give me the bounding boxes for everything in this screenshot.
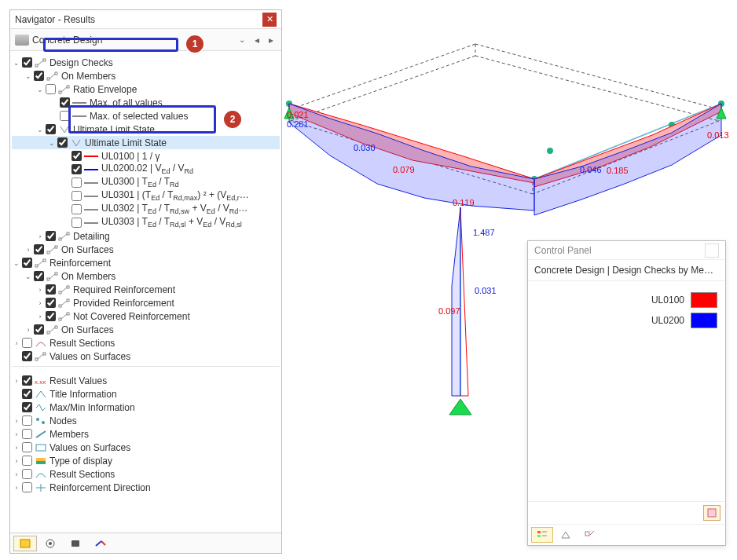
tree-ul0301[interactable]: UL0301 | (TEd / TRd,max) ² + (VEd,r…: [12, 189, 280, 203]
footer-tab-4[interactable]: [89, 536, 112, 551]
checkbox[interactable]: [60, 97, 70, 108]
expander-icon[interactable]: ›: [12, 444, 21, 452]
tree-ul0200[interactable]: UL0200.02 | VEd / VRd: [12, 163, 280, 176]
checkbox[interactable]: [34, 71, 44, 81]
checkbox[interactable]: [22, 375, 32, 386]
tree-detailing[interactable]: › Detailing: [12, 229, 280, 243]
checkbox[interactable]: [46, 298, 56, 308]
tree-nodes[interactable]: › Nodes: [12, 414, 280, 427]
expander-icon[interactable]: ›: [35, 286, 45, 294]
footer-tab-3[interactable]: [64, 536, 87, 551]
footer-tab-2[interactable]: [38, 536, 62, 551]
checkbox[interactable]: [57, 137, 68, 148]
expander-icon[interactable]: ›: [12, 484, 21, 492]
expander-icon[interactable]: ›: [35, 299, 45, 307]
expander-icon[interactable]: ›: [12, 417, 21, 425]
checkbox[interactable]: [22, 402, 32, 412]
tree-uls[interactable]: ⌄ Ultimate Limit State: [12, 123, 280, 136]
tree-maxmin[interactable]: Max/Min Information: [12, 401, 280, 414]
checkbox[interactable]: [22, 351, 32, 361]
checkbox[interactable]: [46, 84, 56, 94]
checkbox[interactable]: [22, 389, 32, 399]
tree-design-checks[interactable]: ⌄ Design Checks: [12, 56, 280, 69]
expander-icon[interactable]: ⌄: [12, 59, 21, 67]
tree-max-all[interactable]: Max. of all values: [12, 96, 280, 109]
tree-members[interactable]: › Members: [12, 427, 280, 441]
checkbox[interactable]: [72, 178, 82, 188]
prev-button[interactable]: ◂: [251, 35, 262, 46]
expander-icon[interactable]: ›: [24, 246, 33, 254]
checkbox[interactable]: [22, 482, 32, 492]
checkbox[interactable]: [72, 191, 82, 201]
expander-icon[interactable]: ›: [12, 339, 21, 347]
checkbox[interactable]: [22, 429, 32, 439]
tree-result-values[interactable]: › x.xx Result Values: [12, 374, 280, 387]
checkbox[interactable]: [72, 204, 82, 214]
tree-result-sections[interactable]: › Result Sections: [12, 336, 280, 350]
tree-req-reinf[interactable]: › Required Reinforcement: [12, 283, 280, 296]
tree-type-display[interactable]: › Type of display: [12, 454, 280, 467]
checkbox[interactable]: [46, 311, 56, 321]
legend-swatch: [691, 292, 717, 308]
tree-on-surfaces[interactable]: › On Surfaces: [12, 243, 280, 256]
checkbox[interactable]: [60, 111, 70, 121]
expander-icon[interactable]: ›: [35, 232, 45, 240]
tree-values-surfaces[interactable]: Values on Surfaces: [12, 350, 280, 363]
expander-icon[interactable]: ⌄: [24, 72, 33, 80]
expander-icon[interactable]: ›: [12, 377, 21, 385]
tree-values-surfaces-2[interactable]: › Values on Surfaces: [12, 441, 280, 454]
checkbox[interactable]: [22, 469, 32, 479]
expander-icon[interactable]: ›: [24, 326, 33, 334]
checkbox[interactable]: [22, 57, 32, 68]
expander-icon[interactable]: ⌄: [35, 126, 45, 134]
footer-tab-scale[interactable]: [555, 527, 577, 543]
checkbox[interactable]: [22, 338, 32, 348]
checkbox[interactable]: [34, 271, 44, 281]
tree-reinforcement[interactable]: ⌄ Reinforcement: [12, 256, 280, 269]
expander-icon[interactable]: ›: [12, 457, 21, 465]
expander-icon[interactable]: ⌄: [12, 259, 21, 267]
expander-icon[interactable]: ›: [12, 430, 21, 438]
line-icon: [84, 196, 98, 197]
expander-icon[interactable]: ⌄: [47, 139, 57, 147]
settings-button[interactable]: [703, 505, 720, 521]
close-icon[interactable]: ✕: [262, 13, 277, 27]
tree-prov-reinf[interactable]: › Provided Reinforcement: [12, 296, 280, 309]
tree-ul0300[interactable]: UL0300 | TEd / TRd: [12, 176, 280, 189]
tree-on-members[interactable]: ⌄ On Members: [12, 69, 280, 82]
navigator-tree[interactable]: ⌄ Design Checks ⌄ On Members ⌄ Ratio Env…: [10, 51, 281, 533]
chevron-down-icon[interactable]: ⌄: [236, 35, 248, 44]
next-button[interactable]: ▸: [266, 35, 277, 46]
checkbox[interactable]: [34, 244, 44, 254]
minimize-icon[interactable]: [705, 243, 719, 258]
tree-ul0302[interactable]: UL0302 | TEd / TRd,sw + VEd / VRd…: [12, 203, 280, 216]
footer-tab-1[interactable]: [13, 536, 37, 551]
tree-ul0303[interactable]: UL0303 | TEd / TRd,sl + VEd / VRd,sl: [12, 216, 280, 229]
checkbox[interactable]: [46, 231, 56, 241]
checkbox[interactable]: [72, 218, 82, 228]
tree-notcov-reinf[interactable]: › Not Covered Reinforcement: [12, 309, 280, 323]
tree-reinf-surfaces[interactable]: › On Surfaces: [12, 323, 280, 336]
footer-tab-filter[interactable]: [578, 527, 600, 543]
checkbox[interactable]: [72, 164, 82, 174]
expander-icon[interactable]: ⌄: [24, 273, 33, 280]
tree-reinf-dir[interactable]: › Reinforcement Direction: [12, 481, 280, 494]
checkbox[interactable]: [72, 151, 82, 161]
tree-reinf-members[interactable]: ⌄ On Members: [12, 269, 280, 283]
checkbox[interactable]: [34, 324, 44, 335]
tree-result-sections-2[interactable]: › Result Sections: [12, 467, 280, 481]
tree-ratio-envelope[interactable]: ⌄ Ratio Envelope: [12, 82, 280, 96]
footer-tab-legend[interactable]: [531, 527, 553, 543]
tree-uls-inner[interactable]: ⌄ Ultimate Limit State: [12, 136, 280, 149]
tree-ul0100[interactable]: UL0100 | 1 / γ: [12, 149, 280, 163]
checkbox[interactable]: [46, 284, 56, 295]
checkbox[interactable]: [46, 124, 56, 134]
checkbox[interactable]: [22, 442, 32, 452]
expander-icon[interactable]: ›: [12, 470, 21, 478]
tree-title-info[interactable]: Title Information: [12, 387, 280, 401]
checkbox[interactable]: [22, 258, 32, 268]
checkbox[interactable]: [22, 456, 32, 466]
expander-icon[interactable]: ⌄: [35, 86, 45, 93]
checkbox[interactable]: [22, 415, 32, 426]
expander-icon[interactable]: ›: [35, 313, 45, 320]
